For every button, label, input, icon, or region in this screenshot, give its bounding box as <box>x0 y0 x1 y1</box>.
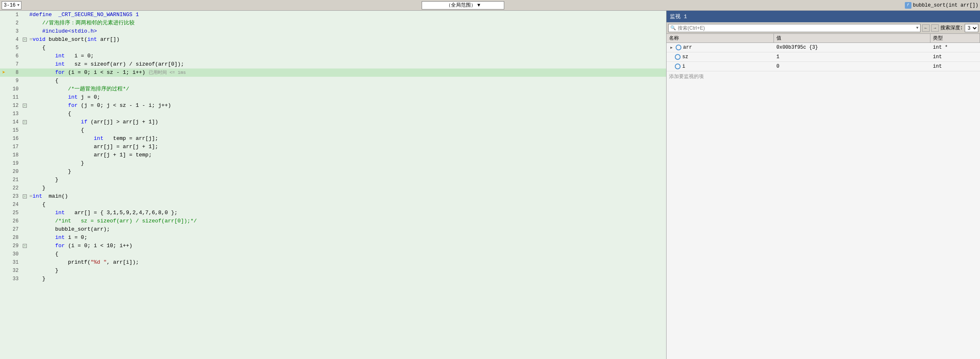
location-arrow: ▼ <box>17 3 19 7</box>
search-box[interactable]: 🔍 ▼ <box>668 24 921 32</box>
expand-btn-0[interactable]: ▶ <box>669 45 674 50</box>
watch-row-2[interactable]: i0int <box>667 62 980 71</box>
token: for <box>55 69 64 76</box>
fold-gutter-12[interactable]: - <box>22 102 28 110</box>
line-indicator-3 <box>0 27 7 35</box>
scope-arrow: ▼ <box>477 2 480 8</box>
code-content-6: int i = 0; <box>28 52 666 60</box>
fold-gutter-23[interactable]: - <box>22 192 28 201</box>
location-area: 3-16 ▼ <box>2 1 21 9</box>
code-line-11: 11 int j = 0; <box>0 93 666 102</box>
line-number-24: 24 <box>7 201 22 209</box>
location-value: 3-16 <box>4 2 16 8</box>
token: sz = sizeof(arr) / sizeof(arr[0]); <box>65 61 184 67</box>
token: { <box>29 111 71 117</box>
line-number-21: 21 <box>7 176 22 184</box>
token: if <box>81 119 88 125</box>
code-line-8: ➤8 for (i = 0; i < sz - 1; i++)已用时间 <= 1… <box>0 68 666 77</box>
line-indicator-23 <box>0 192 7 201</box>
code-content-15: { <box>28 126 666 135</box>
code-editor[interactable]: 1#define _CRT_SECURE_NO_WARNINGS 12 //冒泡… <box>0 11 666 359</box>
line-indicator-33 <box>0 275 7 283</box>
fold-icon-23[interactable]: - <box>23 194 27 198</box>
nav-forward-button[interactable]: → <box>931 24 939 32</box>
token: { <box>29 251 58 257</box>
fold-gutter-10 <box>22 85 28 93</box>
token <box>29 53 55 59</box>
token: i = 0; <box>65 53 94 59</box>
token: arr[j + 1] = temp; <box>29 152 152 158</box>
add-watch-label[interactable]: 添加要监视的项 <box>667 71 980 82</box>
code-line-2: 2 //冒泡排序：两两相邻的元素进行比较 <box>0 19 666 27</box>
token: int <box>55 234 64 241</box>
watch-row-0[interactable]: ▶arr0x00b3f95c {3}int * <box>667 43 980 52</box>
location-dropdown[interactable]: 3-16 ▼ <box>2 1 21 9</box>
code-line-33: 33 } <box>0 275 666 283</box>
var-name-2: i <box>682 64 685 69</box>
fold-gutter-16 <box>22 135 28 143</box>
code-content-31: printf("%d ", arr[i]); <box>28 258 666 267</box>
var-icon-1 <box>675 54 681 60</box>
line-number-26: 26 <box>7 217 22 225</box>
line-number-2: 2 <box>7 19 22 27</box>
token <box>29 69 55 76</box>
watch-type-cell-2: int <box>930 62 980 71</box>
fold-gutter-6 <box>22 52 28 60</box>
line-indicator-32 <box>0 267 7 275</box>
fold-gutter-31 <box>22 258 28 267</box>
fold-icon-14[interactable]: - <box>23 120 27 124</box>
depth-select[interactable]: 3 1 2 4 5 <box>965 24 978 32</box>
code-content-5: { <box>28 44 666 52</box>
code-content-33: } <box>28 275 666 283</box>
code-line-30: 30 { <box>0 250 666 258</box>
code-line-12: 12- for (j = 0; j < sz - 1 - i; j++) <box>0 102 666 110</box>
line-number-13: 13 <box>7 110 22 118</box>
nav-back-button[interactable]: ← <box>922 24 930 32</box>
watch-value-cell-0: 0x00b3f95c {3} <box>774 43 930 52</box>
code-line-10: 10 /*一趟冒泡排序的过程*/ <box>0 85 666 93</box>
fold-gutter-14[interactable]: - <box>22 118 28 126</box>
code-content-2: //冒泡排序：两两相邻的元素进行比较 <box>28 19 666 27</box>
fold-gutter-4[interactable]: - <box>22 35 28 44</box>
line-number-9: 9 <box>7 77 22 85</box>
line-indicator-26 <box>0 217 7 225</box>
var-icon-2 <box>675 64 681 69</box>
code-line-15: 15 { <box>0 126 666 135</box>
watch-row-1[interactable]: sz1int <box>667 52 980 62</box>
token: int <box>68 94 78 100</box>
code-content-24: { <box>28 201 666 209</box>
line-number-27: 27 <box>7 225 22 234</box>
token: = <box>29 193 33 199</box>
fold-icon-29[interactable]: - <box>23 244 27 248</box>
watch-name-cell-2: i <box>667 62 774 71</box>
code-content-10: /*一趟冒泡排序的过程*/ <box>28 85 666 93</box>
line-indicator-13 <box>0 110 7 118</box>
line-indicator-4 <box>0 35 7 44</box>
line-indicator-22 <box>0 184 7 192</box>
token: arr[j] = arr[j + 1]; <box>29 144 158 150</box>
scope-dropdown[interactable]: （全局范围） ▼ <box>422 1 504 9</box>
fold-icon-12[interactable]: - <box>23 104 27 108</box>
line-number-23: 23 <box>7 192 22 201</box>
fold-gutter-29[interactable]: - <box>22 242 28 250</box>
search-input[interactable] <box>678 25 914 31</box>
token: for <box>55 243 64 249</box>
code-line-1: 1#define _CRT_SECURE_NO_WARNINGS 1 <box>0 11 666 19</box>
func-icon: f <box>905 2 911 9</box>
line-number-18: 18 <box>7 151 22 159</box>
line-indicator-2 <box>0 19 7 27</box>
token: int <box>55 210 64 216</box>
token: //冒泡排序：两两相邻的元素进行比较 <box>29 20 135 26</box>
token: (i = 0; i < 10; i++) <box>65 243 133 249</box>
fold-gutter-2 <box>22 19 28 27</box>
fold-icon-4[interactable]: - <box>23 38 27 42</box>
code-content-3: #include<stdio.h> <box>28 27 666 35</box>
code-content-9: { <box>28 77 666 85</box>
watch-table: 名称 值 类型 ▶arr0x00b3f95c {3}int *sz1inti0i… <box>667 34 980 359</box>
fold-gutter-21 <box>22 176 28 184</box>
line-indicator-31 <box>0 258 7 267</box>
line-number-15: 15 <box>7 126 22 135</box>
token: int <box>55 53 64 59</box>
var-name-0: arr <box>683 45 692 50</box>
code-content-29: for (i = 0; i < 10; i++) <box>28 242 666 250</box>
